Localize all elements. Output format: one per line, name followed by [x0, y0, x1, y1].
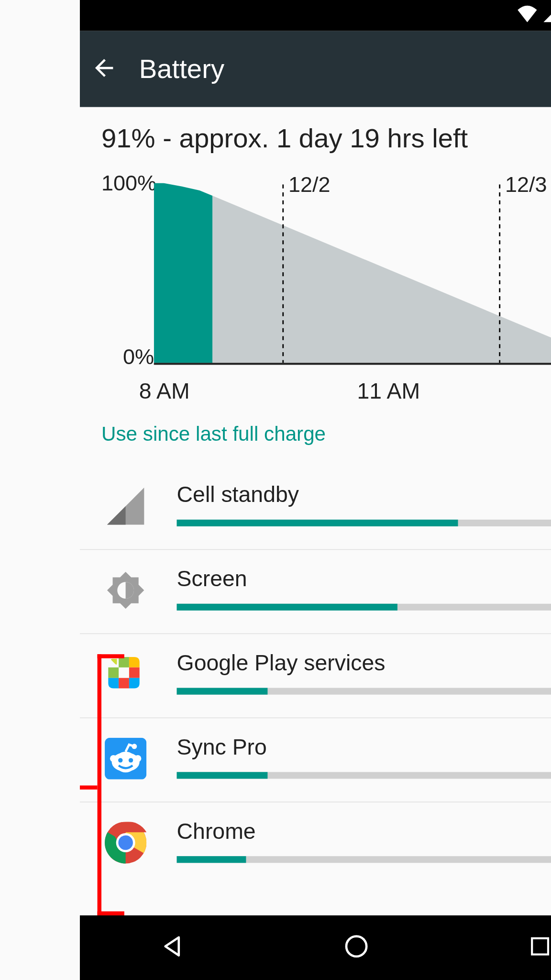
usage-bar [176, 520, 551, 526]
page-title: Battery [139, 54, 543, 84]
app-bar: Battery [80, 31, 551, 107]
section-header: Use since last full charge [101, 423, 551, 445]
battery-summary: 91% - approx. 1 day 19 hrs left [101, 123, 551, 153]
usage-bar [176, 604, 551, 611]
cell-signal-icon [101, 482, 150, 530]
chrome-icon [101, 818, 150, 867]
usage-row-sync-pro[interactable]: Sync Pro 8% [80, 718, 551, 802]
x-tick-2: 11 AM [357, 379, 420, 404]
nav-home-icon[interactable] [343, 933, 370, 963]
nav-back-icon[interactable] [158, 933, 185, 963]
cellular-signal-icon [543, 4, 551, 27]
usage-name: Chrome [176, 818, 255, 844]
usage-row-screen[interactable]: Screen 20% [80, 550, 551, 634]
usage-row-chrome[interactable]: Chrome 6% [80, 802, 551, 867]
usage-name: Screen [176, 566, 247, 591]
usage-row-cell-standby[interactable]: Cell standby 25% [80, 466, 551, 550]
nav-recent-icon[interactable] [528, 934, 551, 961]
y-axis-min: 0% [123, 345, 154, 369]
back-arrow-icon[interactable] [90, 54, 117, 84]
usage-row-google-play-services[interactable]: Google Play services 8% [80, 634, 551, 718]
status-bar: 91 4:07 [80, 0, 551, 31]
svg-rect-20 [531, 938, 548, 955]
reddit-icon [101, 735, 150, 783]
svg-point-19 [346, 936, 366, 957]
google-play-services-icon [101, 650, 150, 699]
battery-chart[interactable]: 100% 0% 12/2 12/3 8 AM 11 AM 12 PM [101, 167, 551, 402]
x-tick-1: 8 AM [139, 379, 189, 404]
usage-bar [176, 688, 551, 695]
usage-bar [176, 772, 551, 779]
svg-marker-4 [154, 183, 212, 363]
usage-name: Cell standby [176, 482, 298, 507]
content: 91% - approx. 1 day 19 hrs left 100% 0% … [80, 107, 551, 867]
android-nav-bar [80, 915, 551, 980]
usage-name: Google Play services [176, 650, 385, 676]
usage-name: Sync Pro [176, 735, 266, 760]
wifi-icon [516, 4, 538, 27]
usage-bar [176, 856, 551, 863]
y-axis-max: 100% [101, 171, 156, 196]
brightness-icon [101, 566, 150, 614]
